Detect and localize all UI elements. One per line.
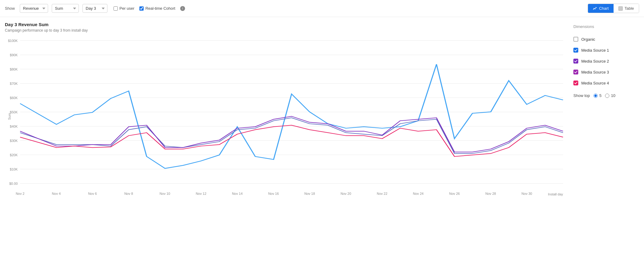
realtime-cohort-label: Real-time Cohort <box>145 6 175 11</box>
dimension-item-ms2[interactable]: Media Source 2 <box>573 56 639 67</box>
ms2-label: Media Source 2 <box>581 59 609 64</box>
x-axis-title: Install day <box>548 192 563 196</box>
dimension-item-ms1[interactable]: Media Source 1 <box>573 45 639 56</box>
show-top-5-label: 5 <box>599 93 601 98</box>
ms1-checkbox[interactable] <box>573 48 578 53</box>
right-panel: Dimensions Organic Media Source 1 Media … <box>566 22 639 195</box>
chart-button[interactable]: Chart <box>588 4 614 13</box>
ms3-checkbox[interactable] <box>573 70 578 74</box>
main-content: Day 3 Revenue Sum Campaign performance u… <box>0 17 644 200</box>
checkmark-icon <box>574 81 577 84</box>
per-user-label: Per user <box>120 6 135 11</box>
show-top-5-radio[interactable] <box>593 94 598 98</box>
aggregation-select[interactable]: Sum Average Count <box>52 4 79 13</box>
top-bar: Show Revenue Sessions Installs ARPU Sum … <box>0 0 644 17</box>
ms3-label: Media Source 3 <box>581 70 609 74</box>
chart-svg <box>20 40 563 183</box>
dimension-item-ms3[interactable]: Media Source 3 <box>573 67 639 77</box>
svg-rect-0 <box>619 7 622 10</box>
show-top-10-item[interactable]: 10 <box>605 93 615 98</box>
ms4-checkbox[interactable] <box>573 81 578 85</box>
metric-select[interactable]: Revenue Sessions Installs ARPU <box>20 4 48 13</box>
per-user-checkbox[interactable] <box>114 6 118 11</box>
chart-table-toggle: Chart Table <box>588 4 639 13</box>
chart-area: Day 3 Revenue Sum Campaign performance u… <box>5 22 566 195</box>
day-select[interactable]: Day 3 Day 7 Day 14 Day 30 <box>82 4 107 13</box>
ms2-checkbox[interactable] <box>573 59 578 64</box>
chart-title: Day 3 Revenue Sum <box>5 22 566 27</box>
show-top-label: Show top <box>573 93 590 98</box>
show-top-10-radio[interactable] <box>605 94 609 98</box>
realtime-cohort-checkbox-item[interactable]: Real-time Cohort <box>139 6 175 11</box>
dimension-item-ms4[interactable]: Media Source 4 <box>573 77 639 88</box>
dimensions-title: Dimensions <box>573 24 639 29</box>
chart-subtitle: Campaign performance up to day 3 from in… <box>5 28 566 33</box>
show-label: Show <box>5 6 15 11</box>
chart-inner: $100K $90K $80K $70K $60K $50K $40K $30K… <box>20 40 563 183</box>
chart-icon <box>593 6 597 11</box>
per-user-checkbox-item[interactable]: Per user <box>114 6 135 11</box>
checkmark-icon <box>574 49 577 52</box>
ms1-label: Media Source 1 <box>581 48 609 53</box>
show-top-10-label: 10 <box>611 93 615 98</box>
checkmark-icon <box>574 60 577 63</box>
realtime-cohort-checkbox[interactable] <box>139 6 144 11</box>
checkmark-icon <box>574 71 577 74</box>
organic-checkbox[interactable] <box>573 37 578 42</box>
ms4-label: Media Source 4 <box>581 81 609 85</box>
checkbox-group: Per user Real-time Cohort i <box>114 6 185 11</box>
show-top-5-item[interactable]: 5 <box>593 93 601 98</box>
chart-container: Sum $100K $90K $80K $70K $60K $50K $40K … <box>5 37 566 195</box>
show-top-row: Show top 5 10 <box>573 93 639 98</box>
info-icon[interactable]: i <box>180 6 185 11</box>
organic-label: Organic <box>581 37 595 42</box>
dimension-item-organic[interactable]: Organic <box>573 34 639 45</box>
table-icon <box>618 6 623 11</box>
table-button[interactable]: Table <box>614 4 639 13</box>
